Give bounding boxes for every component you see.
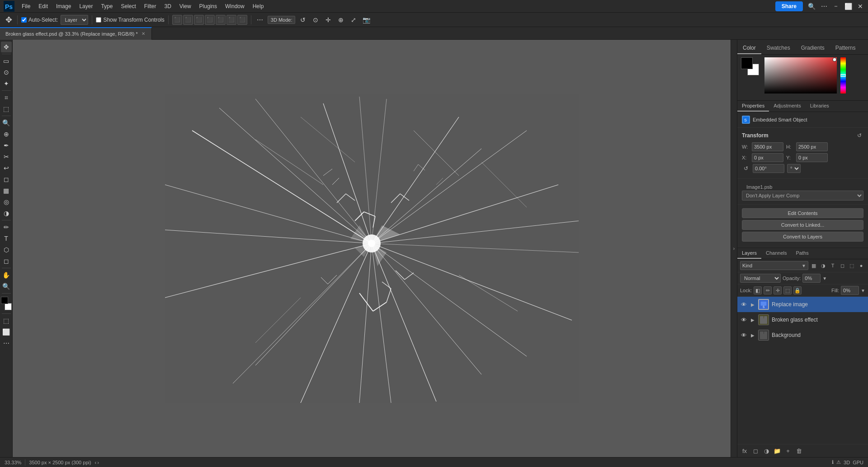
tab-adjustments[interactable]: Adjustments — [769, 101, 806, 112]
menu-filter[interactable]: Filter — [141, 2, 160, 11]
background-color-swatch[interactable] — [5, 303, 12, 310]
menu-layer[interactable]: Layer — [75, 2, 96, 11]
lock-artboard-icon[interactable]: ⬚ — [783, 286, 792, 294]
eraser-tool[interactable]: ◻ — [1, 174, 12, 185]
filter-enabled-toggle[interactable]: ● — [857, 262, 865, 270]
status-arrows[interactable]: ‹ › — [95, 460, 99, 465]
lock-transparent-icon[interactable]: ◧ — [754, 286, 762, 294]
foreground-color-swatch-panel[interactable] — [741, 57, 753, 69]
hue-bar-container[interactable] — [840, 57, 846, 95]
layer-visibility-toggle[interactable]: 👁 — [740, 316, 747, 323]
layers-filter-kind[interactable]: Kind ▼ — [740, 261, 808, 270]
foreground-color-swatch[interactable] — [1, 297, 8, 304]
lock-position-icon[interactable]: ✛ — [774, 286, 782, 294]
menu-edit[interactable]: Edit — [35, 2, 52, 11]
clone-stamp-tool[interactable]: ✂ — [1, 151, 12, 162]
angle-unit-select[interactable]: ° — [787, 164, 801, 173]
brush-tool[interactable]: ✒ — [1, 140, 12, 151]
menu-window[interactable]: Window — [222, 2, 248, 11]
status-prev-icon[interactable]: ‹ — [95, 460, 97, 465]
frame-tool[interactable]: ⬚ — [1, 103, 12, 114]
lock-all-icon[interactable]: 🔒 — [793, 286, 802, 294]
tab-libraries[interactable]: Libraries — [806, 101, 834, 112]
auto-select-checkbox[interactable] — [21, 17, 27, 23]
align-top-button[interactable]: ⬛ — [205, 15, 215, 25]
tab-layers[interactable]: Layers — [737, 248, 761, 259]
fill-input[interactable] — [841, 286, 859, 295]
filter-smart-icon[interactable]: ⬚ — [848, 262, 856, 270]
fill-arrow-icon[interactable]: ▼ — [861, 288, 865, 293]
type-tool[interactable]: T — [1, 233, 12, 244]
panel-collapse-handle[interactable]: › — [731, 40, 737, 457]
tab-patterns[interactable]: Patterns — [830, 42, 861, 54]
color-swatches-container[interactable] — [741, 57, 761, 77]
pen-tool[interactable]: ✏ — [1, 222, 12, 233]
opacity-arrow-icon[interactable]: ▼ — [822, 276, 827, 281]
menu-plugins[interactable]: Plugins — [196, 2, 221, 11]
convert-to-linked-button[interactable]: Convert to Linked... — [742, 220, 863, 230]
color-gradient-container[interactable] — [764, 57, 837, 93]
window-close-icon[interactable]: ✕ — [856, 1, 864, 11]
menu-image[interactable]: Image — [52, 2, 75, 11]
layer-comp-select[interactable]: Don't Apply Layer Comp — [742, 191, 863, 201]
tab-paths[interactable]: Paths — [792, 248, 813, 259]
tab-channels[interactable]: Channels — [761, 248, 791, 259]
lock-image-icon[interactable]: ✏ — [764, 286, 772, 294]
more-options-icon[interactable]: ⋯ — [255, 15, 265, 25]
color-swatches[interactable] — [1, 297, 12, 310]
filter-pixel-icon[interactable]: ▦ — [810, 262, 818, 270]
add-fx-button[interactable]: fx — [740, 446, 749, 455]
filter-type-icon[interactable]: T — [829, 262, 837, 270]
dodge-tool[interactable]: ◑ — [1, 208, 12, 219]
menu-file[interactable]: File — [18, 2, 34, 11]
extra-tool[interactable]: ⋯ — [1, 338, 12, 349]
tab-color[interactable]: Color — [737, 42, 761, 54]
move-tool[interactable]: ✥ — [1, 42, 12, 52]
convert-to-layers-button[interactable]: Convert to Layers — [742, 232, 863, 242]
tab-properties[interactable]: Properties — [737, 101, 769, 112]
y-input[interactable] — [796, 153, 828, 162]
gradient-tool[interactable]: ▦ — [1, 185, 12, 196]
width-input[interactable] — [752, 142, 783, 151]
window-restore-icon[interactable]: ⬜ — [843, 1, 854, 11]
add-mask-button[interactable]: ◻ — [751, 446, 760, 455]
show-transform-checkbox[interactable] — [96, 17, 101, 23]
delete-layer-button[interactable]: 🗑 — [794, 446, 803, 455]
quick-select-tool[interactable]: ✦ — [1, 78, 12, 89]
layer-item[interactable]: 👁 ▶ Broken glass effect — [737, 312, 868, 327]
menu-3d[interactable]: 3D — [160, 2, 175, 11]
height-input[interactable] — [796, 142, 828, 151]
shape-tool[interactable]: ◻ — [1, 256, 12, 266]
transform-reset-icon[interactable]: ↺ — [855, 131, 863, 140]
align-center-v-button[interactable]: ⬛ — [216, 15, 226, 25]
distribute-button[interactable]: ⬛ — [237, 15, 247, 25]
document-tab[interactable]: Broken glass effect.psd @ 33.3% (Replace… — [0, 27, 152, 40]
layer-expand-icon[interactable]: ▶ — [750, 317, 755, 322]
orbit-3d-icon[interactable]: ⊙ — [311, 15, 321, 25]
layer-visibility-toggle[interactable]: 👁 — [740, 301, 747, 308]
tab-swatches[interactable]: Swatches — [761, 42, 796, 54]
hand-tool[interactable]: ✋ — [1, 270, 12, 280]
camera-3d-icon[interactable]: 📷 — [361, 15, 371, 25]
menu-select[interactable]: Select — [117, 2, 139, 11]
blend-mode-select[interactable]: Normal Multiply Screen Overlay — [740, 274, 781, 283]
tab-close-button[interactable]: ✕ — [141, 31, 146, 37]
more-options-icon[interactable]: ⋯ — [820, 1, 829, 11]
layer-visibility-toggle[interactable]: 👁 — [740, 332, 747, 339]
filter-adjustment-icon[interactable]: ◑ — [819, 262, 827, 270]
layer-item[interactable]: 👁 ▶ Background — [737, 327, 868, 343]
path-select-tool[interactable]: ⬡ — [1, 244, 12, 255]
filter-shape-icon[interactable]: ◻ — [838, 262, 846, 270]
rectangular-marquee-tool[interactable]: ▭ — [1, 56, 12, 66]
screen-mode-tool[interactable]: ⬜ — [1, 327, 12, 337]
add-layer-button[interactable]: + — [783, 446, 793, 455]
heal-brush-tool[interactable]: ⊕ — [1, 129, 12, 140]
align-bottom-button[interactable]: ⬛ — [226, 15, 236, 25]
3d-mode-label[interactable]: 3D Mode: — [268, 16, 296, 24]
angle-input[interactable] — [753, 164, 784, 173]
rotate-3d-icon[interactable]: ↺ — [298, 15, 308, 25]
slide-3d-icon[interactable]: ⊕ — [336, 15, 346, 25]
x-input[interactable] — [752, 153, 783, 162]
add-adjustment-button[interactable]: ◑ — [762, 446, 771, 455]
menu-type[interactable]: Type — [97, 2, 116, 11]
